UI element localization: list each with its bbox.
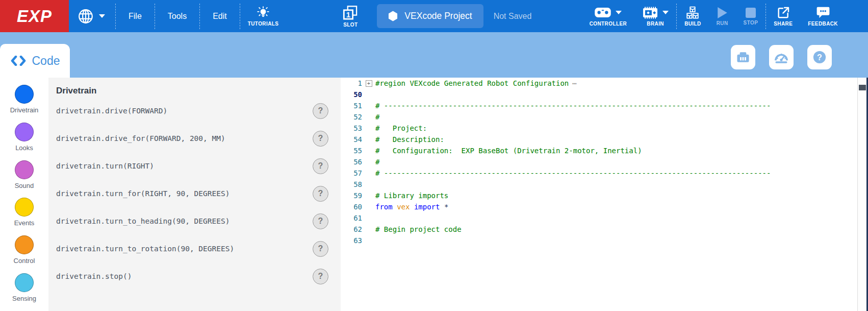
category-sidebar: DrivetrainLooksSoundEventsControlSensing bbox=[0, 78, 48, 311]
category-circle-control[interactable] bbox=[15, 235, 34, 254]
category-circle-looks[interactable] bbox=[15, 123, 34, 141]
category-circle-sound[interactable] bbox=[15, 160, 34, 179]
editor-line: 51# ------------------------------------… bbox=[341, 100, 868, 111]
line-number: 58 bbox=[341, 180, 362, 188]
tab-code-label: Code bbox=[32, 54, 60, 68]
slot-number: 1 bbox=[346, 10, 350, 18]
device-port-icon bbox=[735, 50, 751, 64]
command-row: drivetrain.turn_to_heading(90, DEGREES)? bbox=[48, 207, 341, 235]
menu-file[interactable]: File bbox=[116, 0, 155, 32]
category-circle-sensing[interactable] bbox=[15, 273, 34, 292]
sidebar-item-sensing[interactable]: Sensing bbox=[0, 273, 48, 311]
run-play-icon bbox=[717, 7, 728, 19]
command-text[interactable]: drivetrain.turn_for(RIGHT, 90, DEGREES) bbox=[56, 189, 229, 198]
command-help-button[interactable]: ? bbox=[313, 241, 328, 257]
sidebar-item-control[interactable]: Control bbox=[0, 235, 48, 273]
sidebar-item-drivetrain[interactable]: Drivetrain bbox=[0, 85, 48, 123]
tutorials-label: TUTORIALS bbox=[248, 21, 279, 27]
command-text[interactable]: drivetrain.turn_to_heading(90, DEGREES) bbox=[56, 217, 229, 225]
editor-scrollbar-track[interactable] bbox=[857, 78, 866, 311]
token-comment: # Library imports bbox=[375, 192, 448, 200]
command-palette: Drivetrain drivetrain.drive(FORWARD)?dri… bbox=[48, 78, 341, 311]
stop-label: STOP bbox=[744, 20, 758, 26]
hexagon-icon bbox=[388, 11, 398, 21]
line-code: # Begin project code bbox=[375, 225, 462, 233]
brain-button[interactable]: BRAIN bbox=[634, 0, 676, 32]
build-label: BUILD bbox=[684, 21, 701, 27]
editor-scrollbar-thumb[interactable] bbox=[859, 85, 866, 90]
command-help-button[interactable]: ? bbox=[313, 158, 328, 174]
run-label: RUN bbox=[717, 20, 728, 26]
language-menu[interactable] bbox=[69, 0, 115, 32]
token-comment: # Configuration: EXP BaseBot (Drivetrain… bbox=[375, 147, 642, 155]
category-label: Sound bbox=[15, 182, 34, 189]
command-text[interactable]: drivetrain.drive(FORWARD) bbox=[56, 107, 167, 115]
category-circle-events[interactable] bbox=[15, 198, 34, 217]
menu-tools[interactable]: Tools bbox=[155, 0, 199, 32]
token-comment: # Begin project code bbox=[375, 225, 462, 233]
feedback-button[interactable]: FEEDBACK bbox=[800, 0, 846, 32]
category-label: Drivetrain bbox=[10, 106, 39, 114]
category-circle-drivetrain[interactable] bbox=[15, 85, 34, 104]
command-help-button[interactable]: ? bbox=[313, 269, 328, 284]
command-text[interactable]: drivetrain.stop() bbox=[56, 272, 132, 280]
controller-button[interactable]: CONTROLLER bbox=[582, 0, 634, 32]
token-keyword: from bbox=[375, 203, 397, 211]
stop-button[interactable]: STOP bbox=[736, 0, 766, 32]
tab-code[interactable]: Code bbox=[0, 44, 70, 78]
command-row: drivetrain.drive(FORWARD)? bbox=[48, 97, 341, 125]
sidebar-item-looks[interactable]: Looks bbox=[0, 123, 48, 160]
tutorials-button[interactable]: TUTORIALS bbox=[240, 0, 287, 32]
command-help-button[interactable]: ? bbox=[313, 213, 328, 229]
editor-line: 57# ------------------------------------… bbox=[341, 168, 868, 179]
command-help-button[interactable]: ? bbox=[313, 186, 328, 202]
editor-line: 54# Description: bbox=[341, 134, 868, 145]
line-code: from vex import * bbox=[375, 203, 448, 211]
device-info-button[interactable] bbox=[731, 45, 755, 69]
dashboard-button[interactable] bbox=[769, 45, 794, 69]
share-label: SHARE bbox=[774, 21, 793, 27]
fold-expand-icon[interactable]: + bbox=[366, 80, 372, 87]
editor-line: 59# Library imports bbox=[341, 190, 868, 201]
globe-icon bbox=[77, 8, 94, 25]
line-code: # bbox=[375, 158, 379, 166]
sidebar-item-sound[interactable]: Sound bbox=[0, 160, 48, 198]
project-name-button[interactable]: VEXcode Project bbox=[377, 4, 483, 28]
token-module: vex bbox=[397, 203, 414, 211]
command-row: drivetrain.stop()? bbox=[48, 262, 341, 290]
exp-logo: EXP bbox=[0, 0, 69, 32]
help-button[interactable]: ? bbox=[807, 45, 832, 69]
line-number: 50 bbox=[341, 90, 362, 99]
command-text[interactable]: drivetrain.turn_to_rotation(90, DEGREES) bbox=[56, 245, 234, 253]
line-number: 63 bbox=[341, 236, 362, 245]
token-comment: # Project: bbox=[375, 124, 427, 132]
code-editor[interactable]: 1+#region VEXcode Generated Robot Config… bbox=[341, 78, 868, 311]
line-number: 56 bbox=[341, 158, 362, 166]
brain-icon bbox=[642, 7, 658, 19]
run-button[interactable]: RUN bbox=[709, 0, 736, 32]
controller-icon bbox=[594, 7, 611, 18]
build-button[interactable]: BUILD bbox=[677, 0, 709, 32]
slot-icon: 1 bbox=[343, 5, 358, 20]
folded-region-ellipsis[interactable]: ⋯ bbox=[572, 79, 577, 87]
token-keyword: import bbox=[414, 203, 444, 211]
menu-edit[interactable]: Edit bbox=[200, 0, 240, 32]
command-text[interactable]: drivetrain.drive_for(FORWARD, 200, MM) bbox=[56, 134, 225, 142]
command-help-button[interactable]: ? bbox=[313, 131, 328, 147]
code-brackets-icon bbox=[10, 56, 27, 66]
share-button[interactable]: SHARE bbox=[766, 0, 800, 32]
line-number: 1 bbox=[341, 79, 362, 87]
line-number: 52 bbox=[341, 113, 362, 121]
editor-line: 58 bbox=[341, 179, 868, 190]
line-code: # --------------------------------------… bbox=[375, 169, 771, 177]
question-circle-icon: ? bbox=[812, 50, 827, 65]
feedback-label: FEEDBACK bbox=[808, 21, 838, 27]
command-row: drivetrain.turn(RIGHT)? bbox=[48, 152, 341, 180]
command-help-button[interactable]: ? bbox=[313, 103, 328, 119]
stop-square-icon bbox=[745, 7, 756, 18]
slot-selector[interactable]: 1 SLOT bbox=[335, 0, 366, 32]
line-number: 54 bbox=[341, 135, 362, 143]
project-name: VEXcode Project bbox=[404, 11, 472, 21]
sidebar-item-events[interactable]: Events bbox=[0, 198, 48, 235]
command-text[interactable]: drivetrain.turn(RIGHT) bbox=[56, 162, 154, 170]
